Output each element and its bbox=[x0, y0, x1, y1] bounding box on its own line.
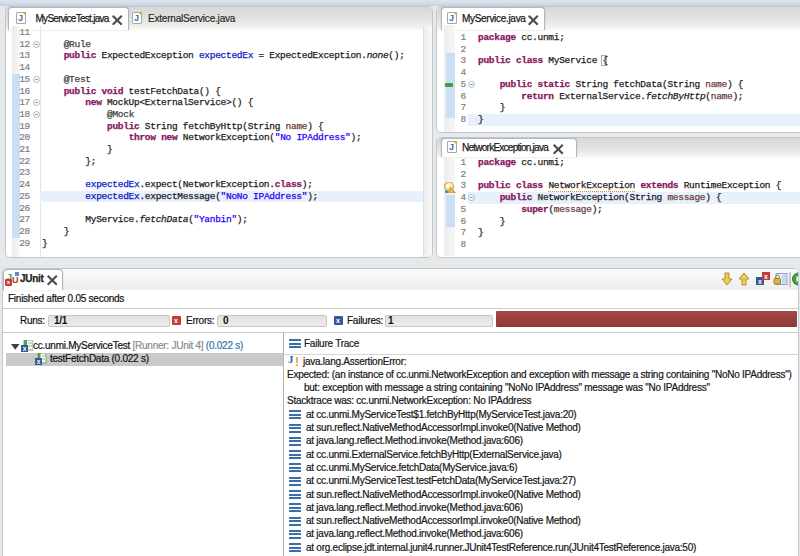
svg-text:x: x bbox=[764, 273, 768, 280]
svg-text:x: x bbox=[23, 345, 27, 352]
svg-text:x: x bbox=[37, 358, 41, 365]
svg-text:x: x bbox=[758, 278, 762, 285]
